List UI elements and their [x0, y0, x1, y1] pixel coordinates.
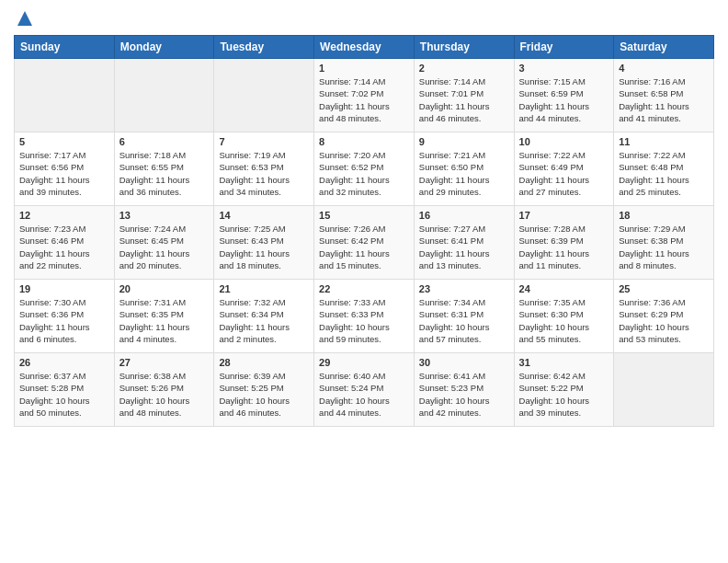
logo [14, 9, 34, 28]
day-info: Sunrise: 7:21 AMSunset: 6:50 PMDaylight:… [419, 149, 509, 198]
week-row-3: 12Sunrise: 7:23 AMSunset: 6:46 PMDayligh… [15, 206, 714, 280]
day-number: 25 [619, 283, 709, 294]
day-info: Sunrise: 7:17 AMSunset: 6:56 PMDaylight:… [19, 149, 109, 198]
calendar-cell: 30Sunrise: 6:41 AMSunset: 5:23 PMDayligh… [414, 353, 514, 427]
week-row-4: 19Sunrise: 7:30 AMSunset: 6:36 PMDayligh… [15, 280, 714, 353]
day-info: Sunrise: 7:26 AMSunset: 6:42 PMDaylight:… [319, 223, 409, 271]
calendar-cell: 16Sunrise: 7:27 AMSunset: 6:41 PMDayligh… [414, 206, 514, 280]
day-info: Sunrise: 7:20 AMSunset: 6:52 PMDaylight:… [319, 149, 409, 198]
day-number: 30 [419, 357, 509, 368]
day-number: 23 [419, 283, 509, 294]
day-info: Sunrise: 6:39 AMSunset: 5:25 PMDaylight:… [219, 370, 309, 419]
calendar-cell: 18Sunrise: 7:29 AMSunset: 6:38 PMDayligh… [614, 206, 714, 280]
day-info: Sunrise: 7:18 AMSunset: 6:55 PMDaylight:… [119, 149, 210, 198]
week-row-2: 5Sunrise: 7:17 AMSunset: 6:56 PMDaylight… [15, 132, 714, 206]
svg-marker-0 [17, 11, 32, 26]
day-number: 14 [219, 210, 309, 221]
calendar-cell: 12Sunrise: 7:23 AMSunset: 6:46 PMDayligh… [15, 206, 115, 280]
calendar-cell: 19Sunrise: 7:30 AMSunset: 6:36 PMDayligh… [15, 280, 115, 353]
day-info: Sunrise: 7:22 AMSunset: 6:48 PMDaylight:… [619, 149, 709, 198]
day-info: Sunrise: 7:22 AMSunset: 6:49 PMDaylight:… [519, 149, 609, 198]
day-number: 17 [519, 210, 609, 221]
day-info: Sunrise: 7:31 AMSunset: 6:35 PMDaylight:… [119, 296, 210, 345]
day-number: 15 [319, 210, 409, 221]
calendar-cell: 25Sunrise: 7:36 AMSunset: 6:29 PMDayligh… [614, 280, 714, 353]
calendar-cell [114, 59, 214, 132]
calendar-cell: 20Sunrise: 7:31 AMSunset: 6:35 PMDayligh… [114, 280, 214, 353]
logo-icon [16, 9, 34, 28]
calendar-cell: 28Sunrise: 6:39 AMSunset: 5:25 PMDayligh… [214, 353, 314, 427]
day-info: Sunrise: 6:37 AMSunset: 5:28 PMDaylight:… [19, 370, 109, 419]
day-info: Sunrise: 7:14 AMSunset: 7:01 PMDaylight:… [419, 75, 509, 124]
weekday-header-friday: Friday [514, 36, 614, 59]
day-info: Sunrise: 7:19 AMSunset: 6:53 PMDaylight:… [219, 149, 309, 198]
day-number: 5 [19, 136, 109, 147]
day-number: 1 [319, 63, 409, 74]
calendar-cell: 3Sunrise: 7:15 AMSunset: 6:59 PMDaylight… [514, 59, 614, 132]
calendar-cell: 14Sunrise: 7:25 AMSunset: 6:43 PMDayligh… [214, 206, 314, 280]
calendar: SundayMondayTuesdayWednesdayThursdayFrid… [14, 35, 714, 427]
calendar-cell: 10Sunrise: 7:22 AMSunset: 6:49 PMDayligh… [514, 132, 614, 206]
day-info: Sunrise: 6:38 AMSunset: 5:26 PMDaylight:… [119, 370, 210, 419]
day-number: 24 [519, 283, 609, 294]
calendar-cell: 8Sunrise: 7:20 AMSunset: 6:52 PMDaylight… [314, 132, 415, 206]
day-info: Sunrise: 6:40 AMSunset: 5:24 PMDaylight:… [319, 370, 409, 419]
calendar-cell [15, 59, 115, 132]
day-info: Sunrise: 7:14 AMSunset: 7:02 PMDaylight:… [319, 75, 409, 124]
calendar-cell [214, 59, 314, 132]
calendar-cell: 13Sunrise: 7:24 AMSunset: 6:45 PMDayligh… [114, 206, 214, 280]
calendar-cell: 5Sunrise: 7:17 AMSunset: 6:56 PMDaylight… [15, 132, 115, 206]
day-info: Sunrise: 7:24 AMSunset: 6:45 PMDaylight:… [119, 223, 210, 271]
day-info: Sunrise: 7:34 AMSunset: 6:31 PMDaylight:… [419, 296, 509, 345]
calendar-cell: 29Sunrise: 6:40 AMSunset: 5:24 PMDayligh… [314, 353, 415, 427]
calendar-cell: 1Sunrise: 7:14 AMSunset: 7:02 PMDaylight… [314, 59, 415, 132]
calendar-cell: 27Sunrise: 6:38 AMSunset: 5:26 PMDayligh… [114, 353, 214, 427]
day-number: 9 [419, 136, 509, 147]
day-info: Sunrise: 7:15 AMSunset: 6:59 PMDaylight:… [519, 75, 609, 124]
day-number: 26 [19, 357, 109, 368]
day-number: 28 [219, 357, 309, 368]
calendar-cell: 6Sunrise: 7:18 AMSunset: 6:55 PMDaylight… [114, 132, 214, 206]
day-number: 3 [519, 63, 609, 74]
calendar-cell: 9Sunrise: 7:21 AMSunset: 6:50 PMDaylight… [414, 132, 514, 206]
page: SundayMondayTuesdayWednesdayThursdayFrid… [0, 0, 728, 563]
day-number: 11 [619, 136, 709, 147]
calendar-cell: 2Sunrise: 7:14 AMSunset: 7:01 PMDaylight… [414, 59, 514, 132]
day-info: Sunrise: 7:33 AMSunset: 6:33 PMDaylight:… [319, 296, 409, 345]
day-info: Sunrise: 7:30 AMSunset: 6:36 PMDaylight:… [19, 296, 109, 345]
calendar-cell: 22Sunrise: 7:33 AMSunset: 6:33 PMDayligh… [314, 280, 415, 353]
day-number: 13 [119, 210, 210, 221]
day-number: 8 [319, 136, 409, 147]
day-number: 18 [619, 210, 709, 221]
day-number: 21 [219, 283, 309, 294]
weekday-header-thursday: Thursday [414, 36, 514, 59]
day-info: Sunrise: 7:28 AMSunset: 6:39 PMDaylight:… [519, 223, 609, 271]
day-info: Sunrise: 7:25 AMSunset: 6:43 PMDaylight:… [219, 223, 309, 271]
day-info: Sunrise: 6:42 AMSunset: 5:22 PMDaylight:… [519, 370, 609, 419]
day-info: Sunrise: 7:36 AMSunset: 6:29 PMDaylight:… [619, 296, 709, 345]
day-number: 22 [319, 283, 409, 294]
day-info: Sunrise: 7:29 AMSunset: 6:38 PMDaylight:… [619, 223, 709, 271]
calendar-cell [614, 353, 714, 427]
weekday-header-monday: Monday [114, 36, 214, 59]
day-info: Sunrise: 7:23 AMSunset: 6:46 PMDaylight:… [19, 223, 109, 271]
calendar-cell: 24Sunrise: 7:35 AMSunset: 6:30 PMDayligh… [514, 280, 614, 353]
day-number: 2 [419, 63, 509, 74]
day-number: 27 [119, 357, 210, 368]
day-info: Sunrise: 6:41 AMSunset: 5:23 PMDaylight:… [419, 370, 509, 419]
weekday-header-sunday: Sunday [15, 36, 115, 59]
day-number: 10 [519, 136, 609, 147]
calendar-cell: 26Sunrise: 6:37 AMSunset: 5:28 PMDayligh… [15, 353, 115, 427]
day-number: 29 [319, 357, 409, 368]
day-number: 20 [119, 283, 210, 294]
week-row-1: 1Sunrise: 7:14 AMSunset: 7:02 PMDaylight… [15, 59, 714, 132]
calendar-cell: 15Sunrise: 7:26 AMSunset: 6:42 PMDayligh… [314, 206, 415, 280]
weekday-header-row: SundayMondayTuesdayWednesdayThursdayFrid… [15, 36, 714, 59]
logo-text [14, 9, 34, 28]
calendar-cell: 4Sunrise: 7:16 AMSunset: 6:58 PMDaylight… [614, 59, 714, 132]
day-number: 4 [619, 63, 709, 74]
header [14, 9, 714, 28]
calendar-cell: 17Sunrise: 7:28 AMSunset: 6:39 PMDayligh… [514, 206, 614, 280]
weekday-header-saturday: Saturday [614, 36, 714, 59]
calendar-cell: 23Sunrise: 7:34 AMSunset: 6:31 PMDayligh… [414, 280, 514, 353]
